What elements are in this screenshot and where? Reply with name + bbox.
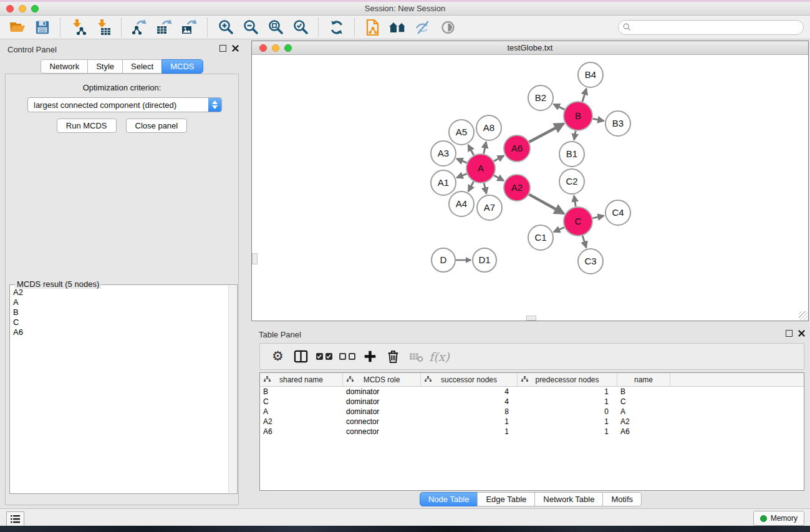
table-cell[interactable]: C [617,397,670,406]
canvas-left-handle[interactable] [252,253,258,264]
table-cell[interactable]: B [260,387,343,396]
node-A4[interactable]: A4 [449,191,474,216]
table-cell[interactable]: connector [343,417,421,426]
node-B2[interactable]: B2 [528,85,553,110]
zoom-selected-button[interactable] [288,17,313,37]
node-A1[interactable]: A1 [431,170,456,195]
edge-C-C4[interactable] [592,216,604,218]
close-panel-icon[interactable] [798,330,805,337]
column-header-MCDS-role[interactable]: MCDS role [343,373,421,386]
export-network-button[interactable] [127,17,152,37]
mcds-result-item[interactable]: B [11,307,228,317]
show-columns-button[interactable] [289,346,312,367]
open-session-button[interactable] [5,17,30,37]
zoom-out-button[interactable] [238,17,263,37]
table-cell[interactable]: A6 [260,427,343,436]
tab-mcds[interactable]: MCDS [162,59,203,74]
tab-edge-table[interactable]: Edge Table [477,492,535,506]
mcds-result-item[interactable]: A [11,297,228,307]
tab-node-table[interactable]: Node Table [420,492,478,506]
edge-A2-C[interactable] [529,195,564,214]
node-C[interactable]: C [564,207,592,236]
node-D[interactable]: D [432,248,455,272]
tab-style[interactable]: Style [87,59,123,74]
create-column-button[interactable] [359,346,382,367]
mcds-result-item[interactable]: C [11,317,228,327]
edge-B-B1[interactable] [574,131,576,140]
table-cell[interactable]: A [260,407,343,416]
select-all-button[interactable] [312,346,335,367]
tab-network-table[interactable]: Network Table [534,492,603,506]
edge-A-A3[interactable] [456,159,466,163]
float-panel-icon[interactable] [786,330,793,337]
save-session-button[interactable] [30,17,55,37]
edge-B-B2[interactable] [554,104,565,110]
edge-A-A5[interactable] [468,145,474,155]
function-builder-button[interactable]: f(x) [428,346,451,367]
table-cell[interactable]: A6 [617,427,670,436]
search-input[interactable] [618,20,804,35]
column-header-name[interactable]: name [617,373,670,386]
edge-C-C3[interactable] [582,236,586,248]
node-D1[interactable]: D1 [473,248,496,272]
table-cell[interactable]: 1 [518,417,617,426]
network-canvas[interactable]: B4B2BB3A8A5A6A3B1AC2A1A2A4A7C4CC1DD1C3 [252,55,808,321]
edge-A-A6[interactable] [494,156,504,162]
node-A[interactable]: A [466,154,495,183]
edge-A-A4[interactable] [468,181,474,191]
table-cell[interactable]: 4 [421,397,518,406]
memory-button[interactable]: Memory [753,511,804,526]
table-cell[interactable]: B [617,387,670,396]
table-settings-button[interactable]: ⚙ [266,346,289,367]
node-B4[interactable]: B4 [578,62,603,87]
hide-selected-button[interactable] [410,17,435,37]
node-A5[interactable]: A5 [449,120,474,145]
export-table-button[interactable] [152,17,177,37]
table-cell[interactable]: 1 [518,387,617,396]
node-A8[interactable]: A8 [476,115,501,140]
edge-C-C1[interactable] [554,228,564,232]
mcds-result-scrollbar[interactable] [228,286,236,493]
node-C4[interactable]: C4 [605,200,630,225]
close-panel-icon[interactable] [232,45,239,52]
node-A6[interactable]: A6 [504,135,530,162]
table-cell[interactable]: 0 [518,407,617,416]
table-cell[interactable]: A2 [260,417,343,426]
node-C1[interactable]: C1 [528,225,553,250]
table-cell[interactable]: dominator [343,387,421,396]
table-cell[interactable]: dominator [343,397,421,406]
edge-A-A8[interactable] [484,142,486,154]
zoom-in-button[interactable] [213,17,238,37]
edge-A-A2[interactable] [494,175,504,180]
edge-C-C2[interactable] [574,196,576,207]
node-A2[interactable]: A2 [504,175,530,201]
edge-A-A7[interactable] [484,183,486,193]
delete-table-button[interactable] [405,346,428,367]
node-B[interactable]: B [564,102,592,130]
tab-network[interactable]: Network [41,59,88,74]
node-A7[interactable]: A7 [477,195,502,220]
table-cell[interactable]: 1 [421,427,518,436]
node-C2[interactable]: C2 [559,169,584,194]
edge-B-B4[interactable] [582,89,586,102]
table-cell[interactable]: connector [343,427,421,436]
edge-B-B3[interactable] [593,118,604,120]
table-cell[interactable]: 8 [421,407,518,416]
node-B1[interactable]: B1 [559,142,584,167]
edge-A6-B[interactable] [529,123,564,142]
node-A3[interactable]: A3 [431,141,456,166]
table-cell[interactable]: 1 [518,427,617,436]
zoom-fit-button[interactable] [263,17,288,37]
edge-A-A1[interactable] [457,174,467,178]
import-table-button[interactable] [91,17,116,37]
apply-preferred-layout-button[interactable] [324,17,349,37]
task-history-button[interactable] [6,511,24,526]
node-B3[interactable]: B3 [605,111,630,136]
table-cell[interactable]: C [260,397,343,406]
resize-grip[interactable] [799,311,808,320]
column-header-predecessor-nodes[interactable]: predecessor nodes [518,373,617,386]
canvas-bottom-handle[interactable] [526,316,536,321]
close-panel-button[interactable]: Close panel [126,118,188,133]
column-header-shared-name[interactable]: shared name [260,373,343,386]
deselect-all-button[interactable] [335,346,359,367]
